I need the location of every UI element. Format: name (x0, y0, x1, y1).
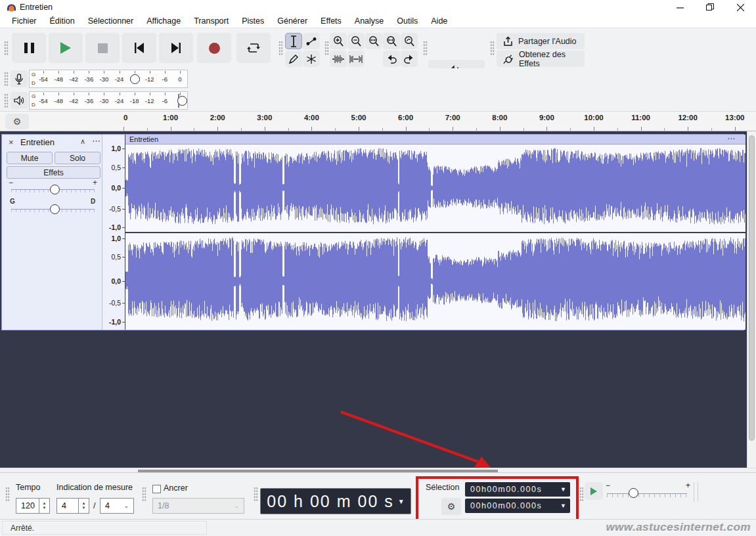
record-button[interactable] (197, 33, 231, 63)
meter-tick (104, 93, 104, 95)
menu-item[interactable]: Analyse (348, 15, 390, 27)
zoom-toggle-button[interactable] (401, 33, 418, 49)
vertical-scrollbar[interactable] (747, 131, 756, 468)
speed-plus-label: + (686, 481, 690, 490)
watermark: www.astucesinternet.com (606, 521, 751, 534)
share-audio-button[interactable]: Partager l'Audio (497, 33, 585, 49)
record-meter-scale-value: -42 (69, 76, 78, 83)
menu-item[interactable]: Outils (390, 15, 424, 27)
envelope-tool-button[interactable] (303, 33, 320, 49)
snap-checkbox[interactable] (152, 485, 161, 493)
tracks-area[interactable]: × Entretien ∧ ⋯ Mute Solo Effets − + G D… (0, 131, 747, 468)
close-button[interactable] (725, 0, 755, 14)
zoom-out-icon (350, 35, 362, 47)
time-signature-toolbar-grip[interactable] (5, 487, 10, 501)
loop-button[interactable] (236, 33, 271, 63)
get-effects-button[interactable]: Obtenez des Effets (497, 51, 585, 67)
record-meter[interactable]: G D -54-48-42-36-30-24-18-12-60 (29, 70, 188, 88)
meter-tick (120, 71, 120, 74)
menu-item[interactable]: Pistes (235, 15, 271, 27)
menu-item[interactable]: Fichier (5, 15, 43, 27)
timeline-tick (359, 127, 359, 131)
selection-options-button[interactable]: ⚙ (441, 498, 461, 515)
skip-to-end-button[interactable] (159, 33, 193, 63)
restore-button[interactable] (695, 0, 725, 14)
timeline-tick (546, 127, 547, 131)
play-button[interactable] (49, 33, 83, 63)
meter-tick (180, 93, 181, 95)
trim-outside-selection-button[interactable] (330, 51, 347, 67)
playback-meter-scale-value: -30 (100, 97, 109, 104)
playback-meter-scale-value: -12 (145, 97, 154, 104)
menu-item[interactable]: Transport (187, 15, 235, 27)
timeline-ruler[interactable]: ⚙ 01:002:003:004:005:006:007:008:009:001… (0, 112, 756, 131)
play-at-speed-grip[interactable] (579, 487, 584, 501)
timeline-tick (570, 128, 571, 131)
playback-meter-speaker-button[interactable] (11, 92, 28, 109)
vertical-scrollbar-thumb[interactable] (749, 135, 755, 441)
playback-meter[interactable]: G D -54-48-42-36-30-24-18-12-60 (29, 91, 188, 110)
selection-tool-button[interactable] (285, 33, 302, 49)
record-meter-mic-button[interactable] (11, 70, 28, 87)
meter-tick (104, 71, 104, 74)
chevron-down-icon: ▼ (560, 502, 566, 509)
playback-meter-scale-value: -18 (130, 97, 139, 104)
speed-slider-track[interactable] (607, 493, 687, 497)
selection-end-field[interactable]: 00h00m00.000s▼ (465, 499, 570, 513)
playback-volume-slider-thumb[interactable] (177, 96, 187, 106)
snap-select[interactable]: 1/8⌄ (152, 498, 244, 514)
speed-slider-thumb[interactable] (629, 488, 638, 498)
pause-button[interactable] (12, 33, 46, 63)
record-volume-slider-thumb[interactable] (130, 74, 140, 84)
timeline-tick (594, 127, 594, 131)
meter-tick (89, 71, 89, 74)
zoom-selection-button[interactable] (365, 33, 382, 49)
snapping-toolbar-grip[interactable] (142, 487, 146, 501)
close-icon (737, 4, 744, 11)
zoom-fit-button[interactable] (383, 33, 400, 49)
undo-button[interactable] (383, 51, 400, 67)
time-toolbar-grip[interactable] (254, 487, 258, 501)
tools-toolbar-grip[interactable] (278, 41, 283, 55)
menu-item[interactable]: Aide (424, 15, 454, 27)
record-meter-scale-value: -12 (145, 76, 154, 83)
horizontal-scrollbar[interactable] (0, 468, 756, 472)
multi-tool-button[interactable] (303, 51, 320, 67)
timeline-tick (406, 127, 407, 131)
minimize-button[interactable] (665, 0, 695, 14)
redo-button[interactable] (401, 51, 418, 67)
edit-toolbar-grip[interactable] (324, 41, 329, 55)
time-signature-spinner[interactable]: ▲▼ (79, 498, 89, 514)
time-signature-lower-select[interactable]: 4⌄ (100, 498, 134, 514)
draw-tool-button[interactable] (285, 51, 302, 67)
menu-item[interactable]: Sélectionner (81, 15, 141, 27)
window-title: Entretien (20, 3, 53, 12)
skip-to-start-button[interactable] (122, 33, 156, 63)
meter-tick (74, 93, 74, 95)
menu-item[interactable]: Effets (314, 15, 348, 27)
record-meter-scale-value: -30 (100, 76, 109, 83)
zoom-out-button[interactable] (347, 33, 365, 49)
timeline-tick (711, 128, 712, 131)
menu-item[interactable]: Édition (43, 15, 81, 27)
silence-selection-button[interactable] (347, 51, 365, 67)
stop-button[interactable] (85, 33, 120, 63)
tempo-spinner[interactable]: ▲▼ (39, 498, 50, 514)
time-signature-upper-input[interactable]: 4 (56, 498, 79, 514)
menu-item[interactable]: Générer (271, 15, 314, 27)
selection-label: Sélection (426, 483, 459, 492)
time-display[interactable]: 00 h 00 m 00 s▼ (260, 488, 411, 514)
timeline-tick (735, 127, 736, 131)
playback-meter-grip[interactable] (4, 93, 9, 108)
transport-toolbar-grip[interactable] (4, 41, 9, 55)
zoom-in-button[interactable] (330, 33, 347, 49)
share-toolbar-grip[interactable] (490, 41, 495, 55)
play-at-speed-button[interactable] (585, 482, 603, 500)
selection-start-field[interactable]: 00h00m00.000s▼ (465, 482, 570, 497)
tempo-input[interactable]: 120 (16, 498, 39, 514)
menu-item[interactable]: Affichage (140, 15, 187, 27)
audio-setup-toolbar-grip[interactable] (423, 41, 428, 55)
record-meter-grip[interactable] (4, 72, 9, 86)
playback-meter-scale-value: -6 (162, 97, 167, 104)
timeline-options-button[interactable]: ⚙ (5, 114, 29, 129)
